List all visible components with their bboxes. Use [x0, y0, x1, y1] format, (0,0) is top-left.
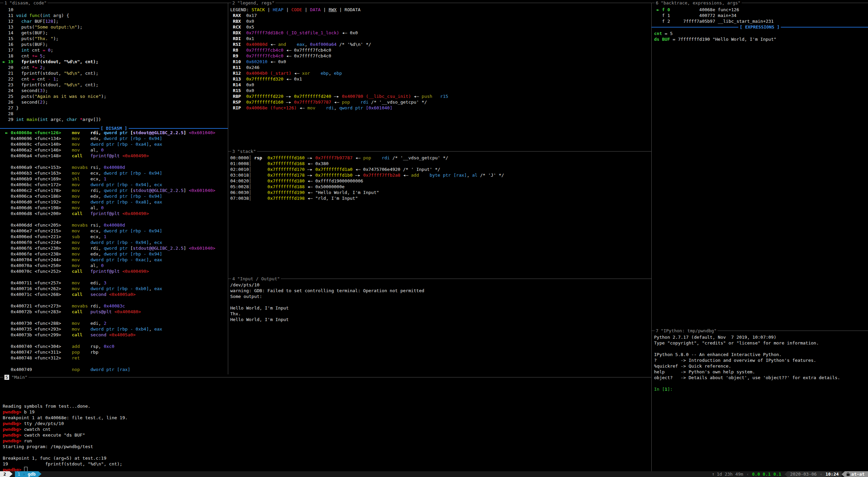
terminal-line: RDI 0x1 — [230, 36, 650, 41]
terminal-line: 0x4006d6 <func+198> mov al, 0 — [3, 205, 227, 211]
terminal-line — [3, 297, 227, 303]
terminal-line: LEGEND: STACK | HEAP | CODE | DATA | RWX… — [230, 7, 650, 13]
terminal-line: 16 puts(BUF); — [3, 41, 227, 47]
terminal-line: R14 0x0 — [230, 82, 650, 88]
pane-title: "Main" — [12, 375, 28, 380]
terminal-line: ds BUF = 7fffffffd190 "Hello World, I'm … — [654, 36, 867, 42]
hostname-segment: at-at — [845, 471, 868, 477]
expressions-view[interactable]: cnt = 5ds BUF = 7fffffffd190 "Hello Worl… — [654, 31, 867, 42]
terminal-line: 00:0000│ rsp 0x7fffffffd160 —▸ 0x7ffff7b… — [230, 155, 650, 161]
terminal-line: 0x400711 <func+257> mov edi, 3 — [3, 280, 227, 286]
terminal-line: 0x4006a4 <func+148> call fprintf@plt <0x… — [3, 153, 227, 159]
terminal-line — [3, 398, 648, 403]
backtrace-view[interactable]: ► f 0 40068e func+126 f 1 400772 main+34… — [654, 7, 867, 24]
terminal-line: 0x400747 <func+311> pop rbp — [3, 349, 227, 355]
terminal-line: 04:0020│ 0x7fffffffd180 ◂— 0xffffd190000… — [230, 178, 650, 184]
pane-header-io: 4"Input / Output" — [228, 276, 651, 282]
terminal-line: 15 puts("Thx. "); — [3, 36, 227, 41]
clock-text: 10:24 — [826, 471, 839, 477]
terminal-line: ► f 0 40068e func+126 — [654, 7, 867, 13]
powerline-arrow-icon — [784, 472, 788, 477]
program-io-view[interactable]: /dev/pts/10warning: GDB: Failed to set c… — [230, 282, 650, 322]
terminal-line: 0x40073b <func+299> call second <0x4005a… — [3, 332, 227, 338]
pane-title: "legend, regs" — [237, 0, 275, 5]
terminal-line: RBP 0x7fffffffd220 —▸ 0x7fffffffd240 —▸ … — [230, 93, 650, 99]
terminal-line: 03:0018│ 0x7fffffffd178 —▸ 0x7fffffffd1b… — [230, 172, 650, 178]
window-tab-gdb[interactable]: 1 › gdb — [15, 471, 38, 477]
pane-number: 6 — [656, 0, 658, 5]
status-bar: 2 1 › gdb ↑ 1d 23h 49m ‹ 0.0 0.1 0.1 202… — [0, 471, 868, 477]
registers-view[interactable]: LEGEND: STACK | HEAP | CODE | DATA | RWX… — [230, 7, 650, 111]
terminal-line: 06:0030│ 0x7fffffffd190 ◂— "Hello World,… — [230, 190, 650, 195]
terminal-line: 0x4006a9 <func+153> movabs rsi, 0x40080d — [3, 164, 227, 170]
terminal-line: 0x4006ca <func+186> mov edx, dword ptr [… — [3, 193, 227, 199]
terminal-line — [3, 386, 648, 392]
terminal-line: 0x400749 nop dword ptr [rax] — [3, 367, 227, 372]
terminal-line — [230, 299, 650, 305]
terminal-line: ► 19 fprintf(stdout, "%d\n", cnt); — [3, 59, 227, 65]
pane-border-vertical-right[interactable] — [651, 3, 652, 471]
terminal-line: RBX 0x0 — [230, 18, 650, 24]
terminal-line: 19 fprintf(stdout, "%d\n", cnt); — [3, 461, 648, 467]
terminal-line: 23 fprintf(stdout, "%d\n", cnt); — [3, 82, 227, 88]
terminal-line: R8 0x7ffff7fcb4c0 ◂— 0x7ffff7fcb4c0 — [230, 47, 650, 53]
disassembly-view[interactable]: ► 0x40068e <func+126> mov rdi, qword ptr… — [3, 130, 227, 372]
terminal-line: 28 — [3, 111, 227, 117]
pane-border-vertical-left[interactable] — [228, 3, 228, 374]
pane-header-legend-regs: 2"legend, regs" — [228, 0, 651, 6]
chevron-right-icon: › — [20, 471, 28, 477]
terminal-line: 0x4006d8 <func+200> call fprintf@plt <0x… — [3, 211, 227, 216]
source-code-view[interactable]: 10 11 void func(int arg) { 12 char BUF[1… — [3, 7, 227, 122]
session-badge[interactable]: 2 — [0, 471, 10, 477]
terminal-line: Thx. — [230, 311, 650, 317]
terminal-line: IPython 5.8.0 -- An enhanced Interactive… — [654, 352, 867, 357]
terminal-line: 27 } — [3, 105, 227, 111]
terminal-line: Starting program: /tmp/pwndbg/test — [3, 444, 648, 449]
terminal-line: 0x4006dd <func+205> movabs rsi, 0x40080d — [3, 222, 227, 228]
pane-header-stack: 3"stack" — [228, 148, 651, 154]
terminal-line: pwndbg> cwatch cnt — [3, 426, 648, 432]
terminal-line: 18 cnt += 5; — [3, 53, 227, 59]
terminal-line: /dev/pts/10 — [230, 282, 650, 288]
terminal-line: 29 int main(int argc, char *argv[]) — [3, 117, 227, 122]
gdb-console[interactable]: Reading symbols from test...done.pwndbg>… — [3, 380, 648, 473]
pane-title: "backtrace, expressions, args" — [661, 0, 741, 5]
pane-title: "Input / Output" — [237, 276, 280, 281]
terminal-line: Breakpoint 1, func (arg=5) at test.c:19 — [3, 455, 648, 461]
terminal-line: 0x4006b3 <func+163> mov ecx, dword ptr [… — [3, 170, 227, 176]
terminal-line: cnt = 5 — [654, 31, 867, 36]
terminal-line: 0x4006b9 <func+169> shl ecx, 1 — [3, 176, 227, 182]
terminal-line: ? -> Introduction and overview of IPytho… — [654, 357, 867, 363]
terminal-line: In [1]: — [654, 386, 867, 392]
terminal-line: 0x40070c <func+252> call fprintf@plt <0x… — [3, 268, 227, 274]
terminal-line: RSP 0x7fffffffd160 —▸ 0x7ffff7b97787 ◂— … — [230, 99, 650, 105]
pane-number: 1 — [4, 0, 7, 5]
terminal-line: 01:0008│ 0x7fffffffd168 ◂— 0x380 — [230, 161, 650, 166]
ipython-console[interactable]: Python 2.7.17 (default, Nov 7 2019, 10:0… — [654, 334, 867, 392]
terminal-line: R13 0x7fffffffd320 ◂— 0x1 — [230, 76, 650, 82]
expressions-section-divider: [ EXPRESSIONS ] — [651, 24, 868, 30]
stack-view[interactable]: 00:0000│ rsp 0x7fffffffd160 —▸ 0x7ffff7b… — [230, 155, 650, 201]
terminal-line: 17 int cnt = 0; — [3, 47, 227, 53]
terminal-line: 0x40072b <func+283> call puts@plt <0x400… — [3, 309, 227, 315]
terminal-line: pwndbg> tty /dev/pts/10 — [3, 421, 648, 426]
terminal-line: Hello World, I'm Input — [230, 305, 650, 311]
date-time-segment: 2020-03-06 ‹ 10:24 — [788, 471, 842, 477]
terminal-line: f 1 400772 main+34 — [654, 13, 867, 18]
terminal-line: 0x4006bc <func+172> mov dword ptr [rbp -… — [3, 182, 227, 188]
powerline-arrow-icon — [10, 471, 13, 477]
pane-number: 3 — [232, 149, 235, 154]
terminal-line: Some output: — [230, 294, 650, 299]
load-average: 0.0 0.1 0.1 — [752, 471, 781, 477]
terminal-line: 0x4006a2 <func+146> mov al, 0 — [3, 147, 227, 153]
uptime-arrow-icon: ↑ — [712, 471, 715, 477]
terminal-line — [654, 346, 867, 352]
terminal-line: 0x4006fe <func+238> mov edx, dword ptr [… — [3, 251, 227, 257]
pane-title: "IPython: tmp/pwndbg" — [661, 328, 717, 333]
pane-number: 4 — [232, 276, 235, 281]
window-name: gdb — [28, 471, 35, 477]
terminal-line: 12 char BUF[128]; — [3, 18, 227, 24]
terminal-line: 02:0010│ 0x7fffffffd170 —▸ 0x7fffffffd1a… — [230, 166, 650, 172]
terminal-line: R12 0x4004b0 (_start) ◂— xor ebp, ebp — [230, 70, 650, 76]
terminal-line: 13 puts("Some output:\n"); — [3, 24, 227, 30]
